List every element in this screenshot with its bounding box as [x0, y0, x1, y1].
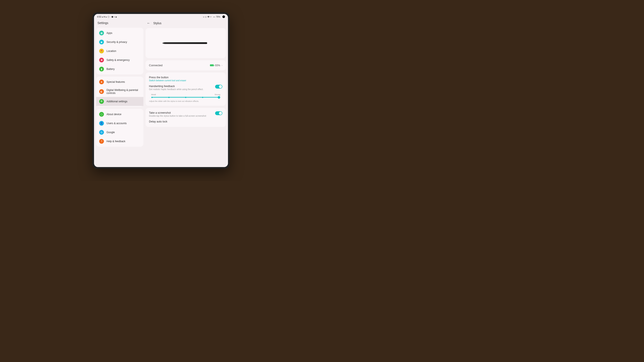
feedback-slider-wrap: Weak Strong Adjust the slider with the s: [149, 93, 222, 102]
handwriting-title: Handwriting feedback: [149, 85, 203, 88]
sidebar-item-battery[interactable]: ▮ Battery: [96, 64, 144, 73]
device-frame: 4:50 ◂ ✉ ▸ ⬡ ◦ ⬢ ▪ ◈ ⊙ ⬡ ✱ ᯤ ▴▴ 76% Sett…: [92, 12, 230, 169]
sidebar-item-about-device[interactable]: ▢ About device: [96, 110, 144, 119]
status-notification-icons: ◂ ✉ ▸ ⬡ ◦ ⬢ ▪ ◈: [102, 16, 117, 18]
delay-auto-lock-setting[interactable]: Delay auto lock: [149, 120, 222, 123]
star-icon: ★: [99, 79, 104, 84]
wellbeing-icon: ◐: [99, 89, 104, 94]
sidebar-group-1: ★ Special features ◐ Digital Wellbeing &…: [96, 76, 144, 107]
press-button-subtitle: Switch between current tool and eraser: [149, 79, 222, 82]
slider-max-label: Strong: [214, 93, 220, 96]
camera-punch-hole: [222, 15, 225, 18]
screenshot-title: Take a screenshot: [149, 111, 206, 114]
sidebar-item-location[interactable]: 📍 Location: [96, 46, 144, 55]
emergency-icon: ✱: [99, 58, 104, 62]
sidebar-item-label: Apps: [106, 31, 112, 34]
sidebar-item-label: Location: [106, 49, 116, 52]
gear-icon: ⚙: [99, 99, 104, 104]
settings-sidebar: Settings ▦ Apps ◉ Security & privacy 📍 L…: [96, 19, 144, 165]
sidebar-item-security[interactable]: ◉ Security & privacy: [96, 37, 144, 46]
screenshot-setting: Take a screenshot Double-tap the stylus …: [149, 111, 222, 117]
back-button[interactable]: ←: [147, 21, 150, 25]
sidebar-group-0: ▦ Apps ◉ Security & privacy 📍 Location ✱…: [96, 28, 144, 74]
slider-hint: Adjust the slider with the stylus to tes…: [149, 100, 222, 102]
screen: 4:50 ◂ ✉ ▸ ⬡ ◦ ⬢ ▪ ◈ ⊙ ⬡ ✱ ᯤ ▴▴ 76% Sett…: [94, 14, 228, 167]
sidebar-item-apps[interactable]: ▦ Apps: [96, 28, 144, 37]
google-icon: G: [99, 130, 104, 135]
stylus-illustration: [164, 42, 207, 44]
stylus-options-card: Press the button Switch between current …: [146, 72, 226, 106]
press-button-title: Press the button: [149, 76, 222, 79]
feedback-slider[interactable]: [152, 97, 220, 98]
status-left: 4:50 ◂ ✉ ▸ ⬡ ◦ ⬢ ▪ ◈: [97, 16, 117, 18]
status-bar: 4:50 ◂ ✉ ▸ ⬡ ◦ ⬢ ▪ ◈ ⊙ ⬡ ✱ ᯤ ▴▴ 76%: [94, 14, 228, 19]
sidebar-item-label: About device: [106, 113, 121, 116]
status-right: ⊙ ⬡ ✱ ᯤ ▴▴ 76%: [203, 15, 225, 18]
status-battery-percent: 76%: [216, 16, 220, 18]
sidebar-group-2: ▢ About device 👤 Users & accounts G Goog…: [96, 109, 144, 147]
detail-title: Stylus: [153, 21, 162, 25]
sidebar-item-label: Help & feedback: [106, 140, 125, 143]
delay-lock-title: Delay auto lock: [149, 120, 222, 123]
detail-pane: ← Stylus Connected 93% ›: [146, 19, 226, 165]
sidebar-title: Settings: [96, 19, 144, 25]
status-system-icons: ⊙ ⬡ ✱ ᯤ ▴▴: [203, 16, 215, 18]
stylus-battery-chip: 93% ›: [210, 64, 222, 67]
sidebar-item-additional-settings[interactable]: ⚙ Additional settings: [96, 97, 144, 106]
connection-status: Connected: [149, 64, 162, 67]
apps-icon: ▦: [99, 31, 104, 35]
stylus-illustration-card: [146, 28, 226, 58]
slider-min-label: Weak: [151, 93, 156, 96]
location-icon: 📍: [99, 49, 104, 53]
sidebar-item-label: Digital Wellbeing & parental controls: [106, 89, 140, 95]
sidebar-item-label: Google: [106, 131, 115, 134]
sidebar-item-safety[interactable]: ✱ Safety & emergency: [96, 55, 144, 64]
sidebar-item-label: Special features: [106, 80, 125, 83]
battery-icon: ▮: [99, 67, 104, 71]
status-time: 4:50: [97, 16, 101, 18]
users-icon: 👤: [99, 121, 104, 126]
device-icon: ▢: [99, 112, 104, 117]
sidebar-item-label: Safety & emergency: [106, 58, 130, 61]
sidebar-item-label: Users & accounts: [106, 122, 127, 125]
sidebar-item-help-feedback[interactable]: ? Help & feedback: [96, 137, 144, 146]
screenshot-subtitle: Double-tap the stylus button to take a f…: [149, 115, 206, 117]
battery-level-icon: [210, 64, 214, 66]
sidebar-item-label: Additional settings: [106, 100, 127, 103]
press-button-setting[interactable]: Press the button Switch between current …: [149, 76, 222, 82]
stylus-battery-percent: 93%: [215, 64, 220, 67]
sidebar-item-label: Battery: [106, 67, 115, 70]
sidebar-item-digital-wellbeing[interactable]: ◐ Digital Wellbeing & parental controls: [96, 86, 144, 97]
shield-icon: ◉: [99, 40, 104, 44]
sidebar-item-special-features[interactable]: ★ Special features: [96, 77, 144, 86]
handwriting-subtitle: Get realistic haptic feedback while usin…: [149, 88, 203, 90]
sidebar-item-label: Security & privacy: [106, 40, 127, 43]
sidebar-item-google[interactable]: G Google: [96, 128, 144, 137]
handwriting-toggle[interactable]: [215, 85, 222, 89]
handwriting-feedback-setting: Handwriting feedback Get realistic hapti…: [149, 85, 222, 102]
sidebar-item-users-accounts[interactable]: 👤 Users & accounts: [96, 119, 144, 128]
connection-card[interactable]: Connected 93% ›: [146, 60, 226, 70]
screenshot-toggle[interactable]: [215, 111, 222, 115]
content-split: Settings ▦ Apps ◉ Security & privacy 📍 L…: [94, 19, 228, 167]
chevron-right-icon: ›: [222, 64, 222, 67]
slider-thumb[interactable]: [218, 96, 220, 99]
detail-header: ← Stylus: [146, 19, 226, 26]
stylus-actions-card: Take a screenshot Double-tap the stylus …: [146, 108, 226, 127]
help-icon: ?: [99, 139, 104, 144]
